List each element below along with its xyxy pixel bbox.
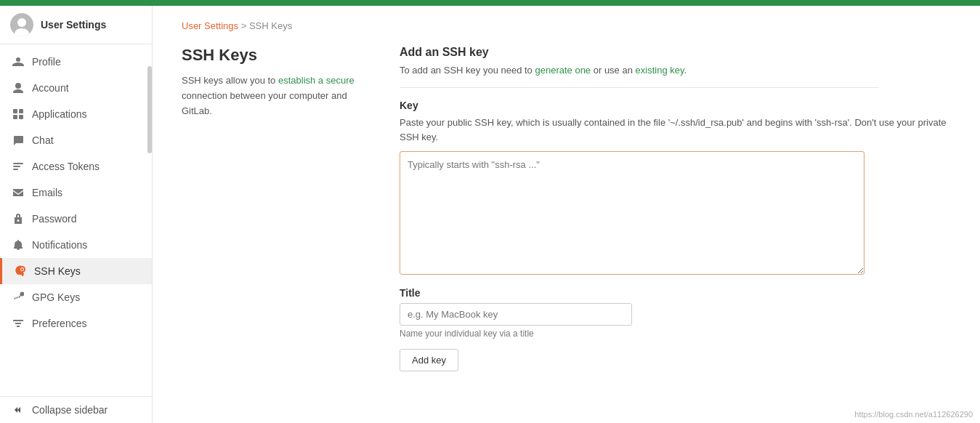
svg-rect-7 xyxy=(19,115,23,119)
sidebar-item-preferences-label: Preferences xyxy=(32,318,86,329)
sidebar-collapse-button[interactable]: Collapse sidebar xyxy=(0,396,152,423)
svg-rect-5 xyxy=(19,109,23,113)
avatar xyxy=(10,13,33,36)
sidebar-item-applications-label: Applications xyxy=(32,108,87,120)
top-bar xyxy=(0,0,980,6)
page-title: SSH Keys xyxy=(182,46,370,65)
sidebar-item-access-tokens[interactable]: Access Tokens xyxy=(0,153,152,180)
sidebar-item-emails[interactable]: Emails xyxy=(0,180,152,206)
key-label: Key xyxy=(400,100,951,111)
sidebar: User Settings Profile Account xyxy=(0,6,153,423)
title-hint: Name your individual key via a title xyxy=(400,329,951,339)
svg-rect-6 xyxy=(13,115,17,119)
sidebar-scrollbar[interactable] xyxy=(147,66,152,153)
key-description: Paste your public SSH key, which is usua… xyxy=(400,116,951,144)
key-small-icon xyxy=(12,291,25,304)
breadcrumb-current: SSH Keys xyxy=(249,20,292,31)
sidebar-item-notifications[interactable]: Notifications xyxy=(0,232,152,258)
sidebar-item-ssh-keys[interactable]: SSH Keys xyxy=(0,258,152,284)
svg-rect-8 xyxy=(13,163,23,164)
chevrons-left-icon xyxy=(12,403,25,416)
person-icon xyxy=(12,55,25,68)
sidebar-item-ssh-keys-label: SSH Keys xyxy=(34,265,81,277)
right-panel: Add an SSH key To add an SSH key you nee… xyxy=(400,46,951,371)
page-layout: SSH Keys SSH keys allow you to establish… xyxy=(182,46,951,371)
svg-point-1 xyxy=(17,18,26,27)
lock-icon xyxy=(12,212,25,225)
sidebar-item-emails-label: Emails xyxy=(32,187,62,198)
sidebar-item-password[interactable]: Password xyxy=(0,206,152,232)
page-description: SSH keys allow you to establish a secure… xyxy=(182,73,370,118)
svg-point-11 xyxy=(20,294,23,296)
footer-link: https://blog.csdn.net/a112626290 xyxy=(854,410,973,419)
add-ssh-description: To add an SSH key you need to generate o… xyxy=(400,65,951,76)
title-input[interactable] xyxy=(400,303,632,326)
sidebar-nav: Profile Account Applications xyxy=(0,44,152,341)
clock-icon xyxy=(12,160,25,173)
sidebar-scroll-container: Profile Account Applications xyxy=(0,44,152,396)
section-divider xyxy=(400,87,879,88)
existing-key-link[interactable]: existing key xyxy=(636,65,684,76)
sidebar-item-applications[interactable]: Applications xyxy=(0,101,152,127)
establish-link[interactable]: establish a secure xyxy=(278,75,355,86)
breadcrumb: User Settings > SSH Keys xyxy=(182,20,951,31)
key-textarea[interactable] xyxy=(400,151,864,275)
add-ssh-heading: Add an SSH key xyxy=(400,46,951,59)
title-label: Title xyxy=(400,287,951,299)
sidebar-item-gpg-keys[interactable]: GPG Keys xyxy=(0,284,152,310)
key-icon xyxy=(14,265,27,278)
main-content: User Settings > SSH Keys SSH Keys SSH ke… xyxy=(153,6,980,423)
envelope-icon xyxy=(12,186,25,199)
app-body: User Settings Profile Account xyxy=(0,6,980,423)
svg-rect-10 xyxy=(13,169,18,170)
generate-one-link[interactable]: generate one xyxy=(535,65,591,76)
left-panel: SSH Keys SSH keys allow you to establish… xyxy=(182,46,370,371)
sidebar-item-account[interactable]: Account xyxy=(0,75,152,101)
sidebar-item-password-label: Password xyxy=(32,213,76,225)
sidebar-item-account-label: Account xyxy=(32,82,69,94)
sidebar-item-access-tokens-label: Access Tokens xyxy=(32,161,100,172)
sidebar-item-profile-label: Profile xyxy=(32,56,61,68)
sidebar-item-notifications-label: Notifications xyxy=(32,239,87,251)
sidebar-header: User Settings xyxy=(0,6,152,44)
add-key-button[interactable]: Add key xyxy=(400,349,458,371)
sidebar-collapse-label: Collapse sidebar xyxy=(32,404,108,416)
chat-icon xyxy=(12,134,25,147)
sliders-icon xyxy=(12,317,25,330)
sidebar-item-preferences[interactable]: Preferences xyxy=(0,310,152,337)
sidebar-item-profile[interactable]: Profile xyxy=(0,49,152,75)
bell-icon xyxy=(12,238,25,251)
grid-icon xyxy=(12,108,25,121)
sidebar-item-chat-label: Chat xyxy=(32,134,54,146)
sidebar-item-chat[interactable]: Chat xyxy=(0,127,152,153)
svg-rect-4 xyxy=(13,109,17,113)
sidebar-item-gpg-keys-label: GPG Keys xyxy=(32,291,80,303)
breadcrumb-separator: > xyxy=(241,20,247,31)
svg-rect-9 xyxy=(13,166,20,167)
breadcrumb-parent-link[interactable]: User Settings xyxy=(182,20,238,31)
account-icon xyxy=(12,81,25,94)
sidebar-title: User Settings xyxy=(41,19,106,31)
